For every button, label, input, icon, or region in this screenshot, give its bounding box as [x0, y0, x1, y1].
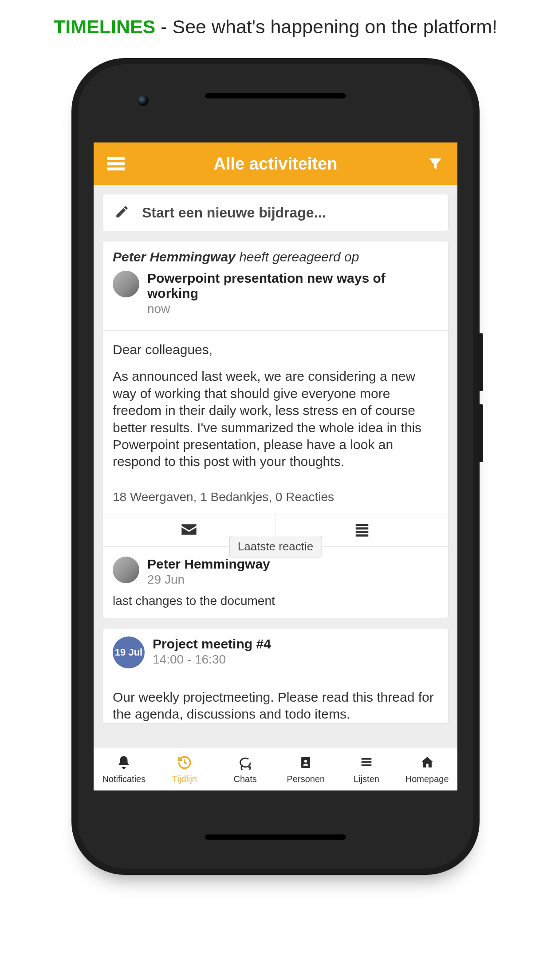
svg-rect-11: [362, 764, 372, 766]
post-greeting: Dear colleagues,: [113, 341, 438, 358]
menu-icon[interactable]: [106, 154, 126, 174]
headline-bold: TIMELINES: [54, 16, 155, 37]
svg-rect-10: [362, 761, 372, 763]
tab-lijsten[interactable]: Lijsten: [336, 748, 397, 790]
post-stats: 18 Weergaven, 1 Bedankjes, 0 Reacties: [103, 480, 448, 514]
list-icon: [354, 521, 370, 540]
tab-label: Chats: [234, 774, 257, 784]
svg-rect-0: [107, 157, 125, 160]
reply-author[interactable]: Peter Hemmingway: [147, 557, 270, 572]
date-badge: 19 Jul: [113, 636, 145, 668]
tab-label: Tijdlijn: [172, 774, 197, 784]
bell-icon: [116, 755, 131, 772]
latest-reaction-chip[interactable]: Laatste reactie: [229, 536, 322, 557]
phone-frame: Alle activiteiten Start een nieuwe bijdr…: [71, 58, 480, 875]
page-headline: TIMELINES - See what's happening on the …: [54, 16, 497, 38]
phone-speaker-top: [205, 93, 346, 99]
svg-rect-5: [356, 531, 369, 533]
app-screen: Alle activiteiten Start een nieuwe bijdr…: [94, 142, 457, 790]
phone-side-button: [479, 333, 483, 391]
svg-point-8: [304, 760, 307, 763]
tab-chats[interactable]: Chats: [215, 748, 276, 790]
headline-rest: - See what's happening on the platform!: [155, 16, 497, 37]
svg-rect-1: [107, 162, 125, 166]
post-main-text: As announced last week, we are consideri…: [113, 368, 438, 470]
history-icon: [177, 755, 192, 772]
envelope-icon: [180, 521, 198, 540]
home-icon: [420, 755, 435, 772]
app-bar: Alle activiteiten: [94, 142, 457, 185]
tab-label: Homepage: [405, 774, 449, 784]
compose-placeholder: Start een nieuwe bijdrage...: [142, 205, 326, 221]
event-card: 19 Jul Project meeting #4 14:00 - 16:30 …: [102, 628, 449, 723]
tab-label: Notificaties: [102, 774, 146, 784]
appbar-title: Alle activiteiten: [214, 154, 338, 174]
tab-personen[interactable]: Personen: [276, 748, 336, 790]
list-icon: [359, 755, 374, 772]
activity-line: Peter Hemmingway heeft gereageerd op: [113, 249, 438, 265]
avatar[interactable]: [113, 557, 139, 583]
tab-label: Personen: [287, 774, 325, 784]
activity-card: Peter Hemmingway heeft gereageerd op Pow…: [102, 241, 449, 618]
phone-side-button: [479, 404, 483, 462]
svg-rect-2: [107, 167, 125, 170]
tab-notificaties[interactable]: Notificaties: [94, 748, 154, 790]
chat-icon: [238, 755, 253, 772]
svg-rect-6: [356, 534, 369, 537]
phone-camera: [138, 95, 149, 106]
svg-rect-3: [356, 524, 369, 526]
bottom-tabbar: Notificaties Tijdlijn Chats Personen: [94, 748, 457, 790]
activity-actor: Peter Hemmingway: [113, 249, 236, 264]
event-title[interactable]: Project meeting #4: [153, 636, 271, 652]
post-time: now: [147, 302, 438, 316]
activity-verb: heeft gereageerd op: [239, 249, 359, 264]
avatar[interactable]: [113, 271, 139, 297]
svg-rect-9: [362, 758, 372, 760]
tab-homepage[interactable]: Homepage: [397, 748, 457, 790]
filter-icon[interactable]: [425, 154, 445, 174]
svg-rect-4: [356, 527, 369, 530]
post-body: Dear colleagues, As announced last week,…: [103, 331, 448, 470]
contacts-icon: [298, 755, 313, 772]
compose-box[interactable]: Start een nieuwe bijdrage...: [102, 194, 449, 231]
event-body: Our weekly projectmeeting. Please read t…: [103, 676, 448, 723]
reply-date: 29 Jun: [147, 573, 270, 587]
tab-tijdlijn[interactable]: Tijdlijn: [154, 748, 215, 790]
pencil-icon: [114, 204, 130, 221]
reply-text: last changes to the document: [113, 594, 438, 608]
tab-label: Lijsten: [354, 774, 379, 784]
phone-speaker-bottom: [205, 834, 346, 840]
post-title[interactable]: Powerpoint presentation new ways of work…: [147, 271, 438, 301]
event-time: 14:00 - 16:30: [153, 652, 271, 667]
